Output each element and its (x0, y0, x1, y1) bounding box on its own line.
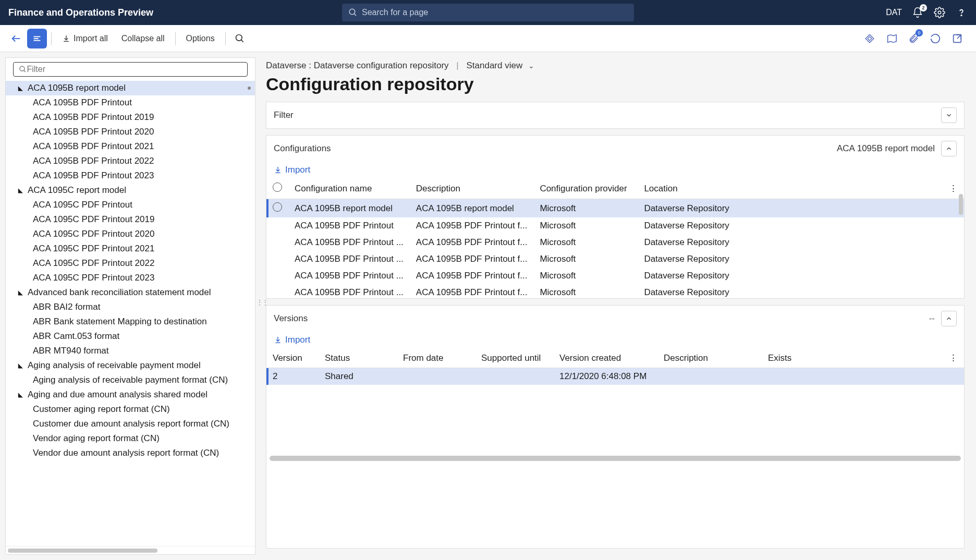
tree-child-node[interactable]: ACA 1095B PDF Printout 2023 (6, 168, 255, 183)
config-row[interactable]: ACA 1095B PDF Printout ...ACA 1095B PDF … (266, 267, 964, 284)
versions-h-scrollbar[interactable] (270, 456, 961, 461)
cell-location: Dataverse Repository (638, 251, 943, 267)
tree-node-label: ACA 1095B report model (28, 83, 126, 93)
col-from-date[interactable]: From date (397, 348, 475, 368)
config-row[interactable]: ACA 1095B PDF Printout ...ACA 1095B PDF … (266, 251, 964, 267)
breadcrumb-path[interactable]: Dataverse : Dataverse configuration repo… (266, 60, 449, 70)
tree-child-node[interactable]: ACA 1095C PDF Printout (6, 198, 255, 212)
tree-parent-node[interactable]: ◢ACA 1095B report model (6, 81, 255, 95)
cell-created: 12/1/2020 6:48:08 PM (553, 368, 657, 385)
filter-expand-button[interactable] (941, 107, 957, 123)
map-icon[interactable] (884, 31, 899, 46)
col-exists[interactable]: Exists (762, 348, 943, 368)
versions-collapse-button[interactable] (941, 311, 957, 326)
tree-parent-node[interactable]: ◢Aging and due amount analysis shared mo… (6, 387, 255, 402)
version-import-button[interactable]: Import (274, 335, 310, 345)
collapse-all-label: Collapse all (121, 34, 165, 43)
caret-down-icon: ◢ (16, 84, 25, 92)
notifications-icon[interactable]: 2 (911, 6, 924, 19)
tree-node-label: ACA 1095B PDF Printout 2019 (33, 112, 154, 123)
config-row[interactable]: ACA 1095B PDF PrintoutACA 1095B PDF Prin… (266, 217, 964, 234)
topbar: Finance and Operations Preview Search fo… (0, 0, 976, 25)
tree-child-node[interactable]: ACA 1095B PDF Printout (6, 95, 255, 110)
tree-node-label: ACA 1095C PDF Printout 2019 (33, 214, 154, 225)
options-button[interactable]: Options (180, 30, 221, 47)
tree-filter-input[interactable] (27, 65, 242, 74)
back-button[interactable] (6, 29, 26, 48)
tree-child-node[interactable]: ABR MT940 format (6, 344, 255, 358)
gear-icon[interactable] (933, 6, 946, 19)
global-search[interactable]: Search for a page (342, 4, 634, 21)
col-config-name[interactable]: Configuration name (288, 178, 410, 199)
cell-exists (762, 368, 943, 385)
cell-from (397, 368, 475, 385)
config-row[interactable]: ACA 1095B report modelACA 1095B report m… (266, 199, 964, 218)
app-title: Finance and Operations Preview (8, 7, 153, 18)
attachments-icon[interactable]: 0 (906, 31, 921, 46)
tree-child-node[interactable]: ACA 1095C PDF Printout 2019 (6, 212, 255, 227)
tree-node-label: ACA 1095C report model (28, 185, 126, 196)
config-row[interactable]: ACA 1095B PDF Printout ...ACA 1095B PDF … (266, 234, 964, 251)
tree-child-node[interactable]: ACA 1095B PDF Printout 2021 (6, 139, 255, 154)
tree-child-node[interactable]: ACA 1095B PDF Printout 2020 (6, 125, 255, 139)
tree-parent-node[interactable]: ◢ACA 1095C report model (6, 183, 255, 198)
tree-child-node[interactable]: ACA 1095C PDF Printout 2022 (6, 256, 255, 271)
view-selector[interactable]: Standard view ⌄ (466, 60, 534, 70)
panel-toggle-button[interactable] (27, 29, 47, 48)
cell-name: ACA 1095B PDF Printout ... (288, 234, 410, 251)
tree-child-node[interactable]: ACA 1095C PDF Printout 2021 (6, 241, 255, 256)
popout-icon[interactable] (950, 31, 965, 46)
versions-subtitle: -- (929, 313, 935, 324)
svg-line-16 (957, 34, 961, 38)
tree-child-node[interactable]: ACA 1095C PDF Printout 2020 (6, 227, 255, 241)
tree-child-node[interactable]: Vendor aging report format (CN) (6, 431, 255, 446)
entity-label[interactable]: DAT (886, 8, 902, 17)
tree-parent-node[interactable]: ◢Aging analysis of receivable payment mo… (6, 358, 255, 373)
tree-child-node[interactable]: Aging analysis of receivable payment for… (6, 373, 255, 387)
svg-line-18 (24, 70, 26, 72)
tree-child-node[interactable]: Vendor due amount analysis report format… (6, 446, 255, 460)
version-row[interactable]: 2Shared12/1/2020 6:48:08 PM (266, 368, 964, 385)
col-version[interactable]: Version (266, 348, 319, 368)
versions-grid[interactable]: Version Status From date Supported until… (266, 348, 964, 385)
help-icon[interactable] (955, 6, 968, 19)
tree-child-node[interactable]: ACA 1095B PDF Printout 2019 (6, 110, 255, 125)
tree-h-scrollbar[interactable] (6, 546, 255, 554)
tree-filter-wrap[interactable] (13, 62, 248, 77)
col-location[interactable]: Location (638, 178, 943, 199)
row-radio[interactable] (273, 202, 282, 212)
configurations-collapse-button[interactable] (941, 141, 957, 156)
tree-child-node[interactable]: ABR Bank statement Mapping to destinatio… (6, 314, 255, 329)
cell-provider: Microsoft (533, 284, 638, 298)
tree-child-node[interactable]: ABR BAI2 format (6, 300, 255, 314)
diamond-icon[interactable] (862, 31, 877, 46)
col-version-created[interactable]: Version created (553, 348, 657, 368)
tree-child-node[interactable]: ACA 1095C PDF Printout 2023 (6, 271, 255, 285)
col-status[interactable]: Status (319, 348, 397, 368)
collapse-all-button[interactable]: Collapse all (115, 30, 171, 47)
config-import-button[interactable]: Import (274, 165, 310, 175)
config-tree[interactable]: ◢ACA 1095B report modelACA 1095B PDF Pri… (6, 81, 255, 546)
tree-child-node[interactable]: Customer due amount analysis report form… (6, 417, 255, 431)
config-v-scrollbar[interactable] (959, 194, 963, 215)
tree-node-label: ABR BAI2 format (33, 302, 100, 312)
tree-child-node[interactable]: ABR Camt.053 format (6, 329, 255, 344)
select-all-radio[interactable] (273, 182, 282, 192)
col-description[interactable]: Description (410, 178, 534, 199)
tree-child-node[interactable]: Customer aging report format (CN) (6, 402, 255, 417)
config-row[interactable]: ACA 1095B PDF Printout ...ACA 1095B PDF … (266, 284, 964, 298)
search-placeholder: Search for a page (362, 8, 428, 17)
col-supported-until[interactable]: Supported until (475, 348, 553, 368)
col-version-description[interactable]: Description (657, 348, 762, 368)
col-provider[interactable]: Configuration provider (533, 178, 638, 199)
grid-menu-icon[interactable]: ⋮ (943, 348, 964, 368)
panel-resize-handle[interactable]: ⋮⋮ (256, 298, 259, 314)
toolbar-search-button[interactable] (230, 29, 250, 48)
breadcrumb-sep: | (456, 60, 458, 70)
tree-parent-node[interactable]: ◢Advanced bank reconciliation statement … (6, 285, 255, 300)
import-all-button[interactable]: Import all (56, 30, 114, 47)
tree-node-label: ACA 1095C PDF Printout 2022 (33, 258, 154, 269)
tree-child-node[interactable]: ACA 1095B PDF Printout 2022 (6, 154, 255, 168)
configurations-grid[interactable]: Configuration name Description Configura… (266, 178, 964, 298)
refresh-icon[interactable] (928, 31, 943, 46)
